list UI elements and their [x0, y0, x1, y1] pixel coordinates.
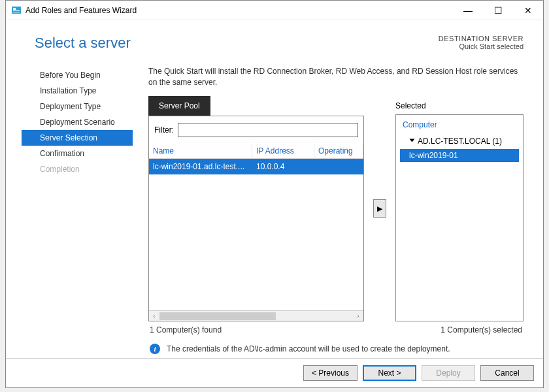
- close-button[interactable]: ✕: [513, 1, 543, 20]
- nav-before-you-begin[interactable]: Before You Begin: [35, 67, 133, 83]
- page-title: Select a server: [35, 35, 131, 52]
- nav-sidebar: Before You Begin Installation Type Deplo…: [35, 66, 133, 358]
- server-pool-box: Filter: Name IP Address Operating: [148, 116, 364, 321]
- server-pool-tab[interactable]: Server Pool: [148, 96, 210, 116]
- info-row: i The credentials of the AD\lc-admin acc…: [148, 335, 524, 358]
- next-button[interactable]: Next >: [363, 365, 416, 381]
- table-header: Name IP Address Operating: [149, 144, 363, 159]
- col-header-ip[interactable]: IP Address: [252, 144, 314, 158]
- cell-os: [314, 159, 363, 174]
- info-text: The credentials of the AD\lc-admin accou…: [167, 344, 450, 353]
- selected-header[interactable]: Computer: [400, 119, 519, 131]
- status-row: 1 Computer(s) found 1 Computer(s) select…: [148, 321, 524, 335]
- filter-input[interactable]: [178, 123, 358, 137]
- selected-panel: Selected Computer AD.LC-TEST.LOCAL (1) l…: [395, 96, 524, 321]
- computers-found: 1 Computer(s) found: [150, 325, 222, 335]
- svg-rect-0: [12, 7, 21, 14]
- scroll-thumb[interactable]: [159, 312, 276, 320]
- destination-label: DESTINATION SERVER: [439, 35, 524, 42]
- group-label: AD.LC-TEST.LOCAL (1): [418, 137, 502, 146]
- panels: Server Pool Filter: Name IP Address Oper…: [148, 96, 524, 321]
- cell-ip: 10.0.0.4: [252, 159, 314, 174]
- table-row[interactable]: lc-win2019-01.ad.lc-test.... 10.0.0.4: [149, 159, 363, 174]
- nav-deployment-type[interactable]: Deployment Type: [35, 99, 133, 114]
- col-header-os[interactable]: Operating: [314, 144, 363, 158]
- nav-server-selection[interactable]: Server Selection: [22, 130, 133, 146]
- scroll-track[interactable]: [159, 312, 353, 320]
- intro-text: The Quick Start will install the RD Conn…: [148, 66, 524, 88]
- selected-box: Computer AD.LC-TEST.LOCAL (1) lc-win2019…: [395, 114, 524, 321]
- svg-rect-3: [13, 12, 20, 12]
- caret-down-icon: [410, 139, 415, 142]
- window-title: Add Roles and Features Wizard: [25, 6, 453, 15]
- scroll-left-icon[interactable]: ‹: [149, 312, 159, 321]
- computers-selected: 1 Computer(s) selected: [441, 325, 522, 335]
- nav-completion: Completion: [35, 161, 133, 177]
- previous-button[interactable]: < Previous: [303, 365, 358, 381]
- svg-rect-2: [13, 10, 20, 11]
- server-pool-table: Name IP Address Operating lc-win2019-01.…: [149, 144, 363, 321]
- titlebar[interactable]: Add Roles and Features Wizard — ☐ ✕: [6, 1, 543, 20]
- scroll-right-icon[interactable]: ›: [353, 312, 363, 321]
- info-icon: i: [150, 344, 160, 354]
- wizard-window: Add Roles and Features Wizard — ☐ ✕ Sele…: [5, 0, 544, 388]
- cell-name: lc-win2019-01.ad.lc-test....: [149, 159, 252, 174]
- filter-row: Filter:: [149, 116, 363, 144]
- maximize-button[interactable]: ☐: [483, 1, 513, 20]
- move-column: ▶: [373, 96, 386, 321]
- horizontal-scrollbar[interactable]: ‹ ›: [149, 310, 363, 321]
- add-to-selected-button[interactable]: ▶: [373, 199, 386, 218]
- chevron-right-icon: ▶: [377, 204, 382, 213]
- filter-label: Filter:: [154, 125, 174, 135]
- destination-value: Quick Start selected: [439, 42, 524, 50]
- selected-label: Selected: [395, 96, 524, 110]
- body: Before You Begin Installation Type Deplo…: [6, 57, 543, 358]
- window-controls: — ☐ ✕: [453, 1, 543, 20]
- server-pool-panel: Server Pool Filter: Name IP Address Oper…: [148, 96, 364, 321]
- main-area: The Quick Start will install the RD Conn…: [148, 66, 524, 358]
- svg-rect-1: [13, 8, 16, 10]
- nav-installation-type[interactable]: Installation Type: [35, 83, 133, 99]
- col-header-name[interactable]: Name: [149, 144, 252, 158]
- minimize-button[interactable]: —: [453, 1, 483, 20]
- selected-item[interactable]: lc-win2019-01: [400, 149, 519, 162]
- table-body: lc-win2019-01.ad.lc-test.... 10.0.0.4: [149, 159, 363, 310]
- footer: < Previous Next > Deploy Cancel: [6, 358, 543, 387]
- cancel-button[interactable]: Cancel: [480, 365, 534, 381]
- nav-deployment-scenario[interactable]: Deployment Scenario: [35, 114, 133, 130]
- deploy-button: Deploy: [422, 365, 475, 381]
- app-icon: [11, 5, 22, 16]
- selected-group[interactable]: AD.LC-TEST.LOCAL (1): [400, 135, 519, 148]
- destination-info: DESTINATION SERVER Quick Start selected: [439, 35, 524, 50]
- nav-confirmation[interactable]: Confirmation: [35, 146, 133, 161]
- header: Select a server DESTINATION SERVER Quick…: [6, 20, 543, 57]
